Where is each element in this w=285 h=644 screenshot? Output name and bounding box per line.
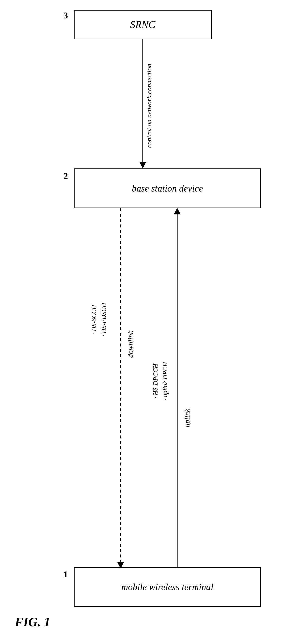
figure-label: FIG. 1 <box>15 615 50 629</box>
hs-scch-label: · HS-SCCH <box>90 305 98 334</box>
number-3-label: 3 <box>64 10 68 21</box>
base-station-label: base station device <box>132 183 203 194</box>
hs-dpcch-label: · HS-DPCCH <box>152 364 159 398</box>
srnc-box: SRNC <box>74 10 212 39</box>
uplink-dpch-label: · uplink DPCH <box>162 362 169 400</box>
uplink-label: uplink <box>183 409 191 427</box>
diagram-container: control on network connection downlink u… <box>0 0 285 644</box>
srnc-label: SRNC <box>130 19 156 30</box>
number-1-label: 1 <box>64 569 68 580</box>
svg-marker-1 <box>139 162 146 168</box>
base-station-box: base station device <box>74 168 261 208</box>
mobile-terminal-box: mobile wireless terminal <box>74 567 261 606</box>
downlink-label: downlink <box>126 330 134 358</box>
number-2-label: 2 <box>64 171 68 181</box>
control-label: control on network connection <box>145 64 153 148</box>
mobile-terminal-label: mobile wireless terminal <box>121 582 213 592</box>
diagram-svg: control on network connection downlink u… <box>0 0 285 644</box>
svg-marker-5 <box>174 208 181 214</box>
hs-pdsch-label: · HS-PDSCH <box>100 302 107 336</box>
